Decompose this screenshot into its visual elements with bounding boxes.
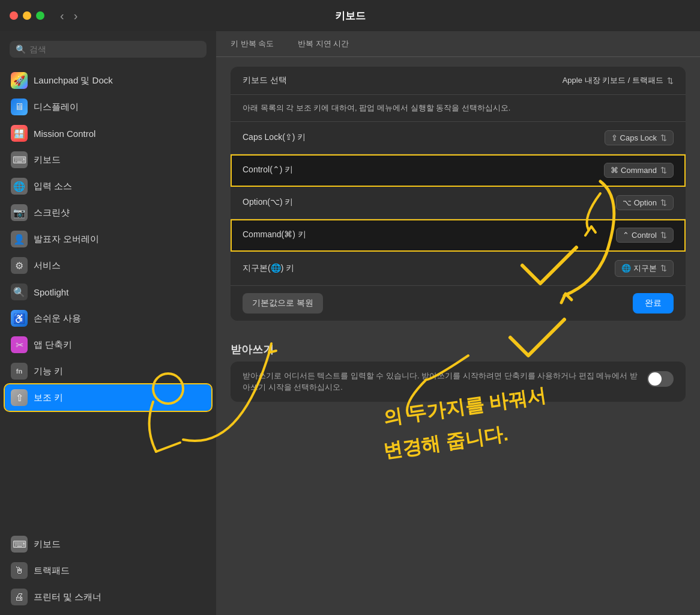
capslock-row: Caps Lock(⇪) 키 ⇪ Caps Lock ⇅ xyxy=(231,122,686,154)
control-value-text: ⌘ Command xyxy=(611,166,657,175)
content-area: 키 반복 속도 반복 지연 시간 키보드 선택 Apple 내장 키보드 / 트… xyxy=(216,31,700,615)
done-button[interactable]: 완료 xyxy=(633,293,674,314)
fnkey-icon: fn xyxy=(11,363,28,380)
sidebar-item-service[interactable]: ⚙ 서비스 xyxy=(5,252,211,279)
sidebar-item-label: 발표자 오버레이 xyxy=(34,234,99,245)
launchpad-icon: 🚀 xyxy=(11,72,28,89)
description-row: 아래 목록의 각 보조 키에 대하여, 팝업 메뉴에서 실행할 동작을 선택하십… xyxy=(231,95,686,122)
sidebar-item-label: 손쉬운 사용 xyxy=(34,313,81,324)
sidebar-item-mission[interactable]: 🪟 Mission Control xyxy=(5,120,211,147)
dictation-toggle-row: 받아쓰기로 어디서든 텍스트를 입력할 수 있습니다. 받아쓰기를 시작하려면 … xyxy=(243,370,674,393)
screenshot-icon: 📷 xyxy=(11,204,28,221)
toggle-knob xyxy=(648,372,662,386)
sidebar-item-label: 트랙패드 xyxy=(34,565,70,577)
sidebar-item-printer[interactable]: 🖨 프린터 및 스캐너 xyxy=(5,584,211,610)
display-icon: 🖥 xyxy=(11,98,28,115)
sidebar-item-label: 보조 키 xyxy=(34,392,63,404)
option-row: Option(⌥) 키 ⌥ Option ⇅ xyxy=(231,187,686,219)
sidebar-item-label: 키보드 xyxy=(34,154,61,166)
globe-value: 🌐 지구본 ⇅ xyxy=(615,260,674,277)
maximize-button[interactable] xyxy=(36,11,44,20)
sidebar-item-label: 앱 단축키 xyxy=(34,339,72,351)
sidebar-item-keyboard[interactable]: ⌨ 키보드 xyxy=(5,147,211,173)
command-chevron-icon: ⇅ xyxy=(660,231,667,240)
search-input[interactable] xyxy=(29,44,201,54)
sidebar-item-label: 기능 키 xyxy=(34,366,63,377)
command-label: Command(⌘) 키 xyxy=(243,229,306,240)
header-col2: 반복 지연 시간 xyxy=(298,38,349,49)
traffic-lights xyxy=(10,11,44,20)
globe-chevron-icon: ⇅ xyxy=(660,264,667,273)
appshortcut-icon: ✂ xyxy=(11,336,28,353)
sidebar-item-keyboard-bottom[interactable]: ⌨ 키보드 xyxy=(5,531,211,557)
keyboard-bottom-icon: ⌨ xyxy=(11,536,28,553)
dictation-toggle[interactable] xyxy=(647,371,674,387)
modifier-icon: ⇧ xyxy=(11,389,28,406)
sidebar-item-appshortcut[interactable]: ✂ 앱 단축키 xyxy=(5,332,211,358)
keyboard-icon: ⌨ xyxy=(11,151,28,168)
back-button[interactable]: ‹ xyxy=(56,8,68,24)
sidebar-item-launchpad[interactable]: 🚀 Launchpad 및 Dock xyxy=(5,67,211,94)
sidebar-list: 🚀 Launchpad 및 Dock 🖥 디스플레이 🪟 Mission Con… xyxy=(0,65,216,526)
modifier-keys-panel: 키보드 선택 Apple 내장 키보드 / 트랙패드 ⇅ 아래 목록의 각 보조… xyxy=(231,67,686,321)
dictation-panel: 받아쓰기로 어디서든 텍스트를 입력할 수 있습니다. 받아쓰기를 시작하려면 … xyxy=(231,362,686,402)
sidebar-item-spotlight[interactable]: 🔍 Spotlight xyxy=(5,279,211,305)
globe-row: 지구본(🌐) 키 🌐 지구본 ⇅ xyxy=(231,252,686,285)
option-dropdown[interactable]: ⌥ Option ⇅ xyxy=(616,195,674,210)
option-value-text: ⌥ Option xyxy=(623,198,657,207)
option-chevron-icon: ⇅ xyxy=(660,198,667,207)
forward-button[interactable]: › xyxy=(70,8,82,24)
sidebar-item-label: Launchpad 및 Dock xyxy=(34,75,113,86)
chevron-updown-icon: ⇅ xyxy=(667,76,674,85)
command-value: ⌃ Control ⇅ xyxy=(616,228,674,243)
sidebar-item-presenter[interactable]: 👤 발표자 오버레이 xyxy=(5,226,211,252)
main-layout: 🔍 🚀 Launchpad 및 Dock 🖥 디스플레이 🪟 Mission C… xyxy=(0,31,700,615)
control-value: ⌘ Command ⇅ xyxy=(604,163,674,178)
printer-icon: 🖨 xyxy=(11,589,28,605)
spotlight-icon: 🔍 xyxy=(11,283,28,300)
search-bar[interactable]: 🔍 xyxy=(10,41,207,58)
close-button[interactable] xyxy=(10,11,18,20)
globe-dropdown[interactable]: 🌐 지구본 ⇅ xyxy=(615,260,674,277)
control-dropdown[interactable]: ⌘ Command ⇅ xyxy=(604,163,674,178)
sidebar-item-fnkey[interactable]: fn 기능 키 xyxy=(5,358,211,384)
titlebar: ‹ › 키보드 xyxy=(0,0,700,31)
sidebar-item-display[interactable]: 🖥 디스플레이 xyxy=(5,94,211,120)
service-icon: ⚙ xyxy=(11,257,28,274)
sidebar-item-trackpad[interactable]: 🖱 트랙패드 xyxy=(5,557,211,584)
restore-defaults-button[interactable]: 기본값으로 복원 xyxy=(243,293,323,314)
capslock-value-text: ⇪ Caps Lock xyxy=(611,133,657,142)
option-label: Option(⌥) 키 xyxy=(243,197,293,208)
keyboard-select-row: 키보드 선택 Apple 내장 키보드 / 트랙패드 ⇅ xyxy=(231,67,686,95)
command-row: Command(⌘) 키 ⌃ Control ⇅ xyxy=(231,219,686,252)
dictation-title: 받아쓰기 xyxy=(216,330,700,362)
keyboard-select-text: Apple 내장 키보드 / 트랙패드 xyxy=(563,75,663,86)
capslock-chevron-icon: ⇅ xyxy=(660,133,667,142)
nav-buttons: ‹ › xyxy=(56,8,81,24)
trackpad-icon: 🖱 xyxy=(11,562,28,579)
capslock-dropdown[interactable]: ⇪ Caps Lock ⇅ xyxy=(605,130,674,145)
command-value-text: ⌃ Control xyxy=(623,231,657,240)
input-icon: 🌐 xyxy=(11,178,28,195)
sidebar-item-label: 디스플레이 xyxy=(34,101,79,113)
sidebar-item-input[interactable]: 🌐 입력 소스 xyxy=(5,173,211,199)
accessibility-icon: ♿ xyxy=(11,310,28,327)
sidebar-item-label: Spotlight xyxy=(34,287,68,297)
sidebar-item-label: 입력 소스 xyxy=(34,181,72,192)
sidebar-item-modifier[interactable]: ⇧ 보조 키 xyxy=(5,384,211,411)
command-dropdown[interactable]: ⌃ Control ⇅ xyxy=(616,228,674,243)
presenter-icon: 👤 xyxy=(11,231,28,247)
sidebar-item-accessibility[interactable]: ♿ 손쉬운 사용 xyxy=(5,305,211,332)
dictation-desc-container: 받아쓰기로 어디서든 텍스트를 입력할 수 있습니다. 받아쓰기를 시작하려면 … xyxy=(243,370,640,393)
control-row: Control(⌃) 키 ⌘ Command ⇅ xyxy=(231,154,686,187)
keyboard-select-value: Apple 내장 키보드 / 트랙패드 ⇅ xyxy=(563,75,674,86)
sidebar-item-label: 키보드 xyxy=(34,539,61,550)
window-title: 키보드 xyxy=(335,9,366,23)
description-text: 아래 목록의 각 보조 키에 대하여, 팝업 메뉴에서 실행할 동작을 선택하십… xyxy=(243,103,510,112)
search-icon: 🔍 xyxy=(16,44,26,54)
dictation-description: 받아쓰기로 어디서든 텍스트를 입력할 수 있습니다. 받아쓰기를 시작하려면 … xyxy=(243,371,638,392)
sidebar-item-label: Mission Control xyxy=(34,129,95,139)
minimize-button[interactable] xyxy=(23,11,31,20)
control-chevron-icon: ⇅ xyxy=(660,166,667,175)
sidebar-item-screenshot[interactable]: 📷 스크린샷 xyxy=(5,199,211,226)
